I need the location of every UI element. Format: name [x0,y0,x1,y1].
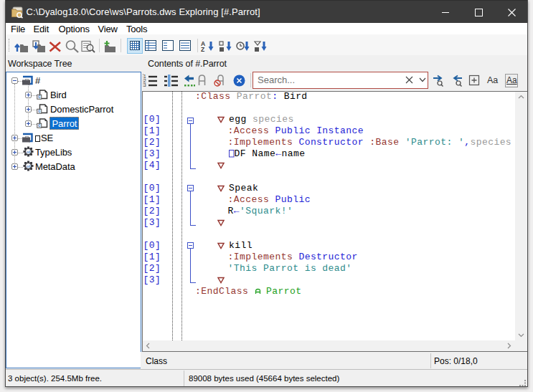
svg-text:c: c [38,108,41,113]
svg-text:c: c [38,123,41,128]
svg-text:c: c [38,94,41,99]
svg-text:Z: Z [201,46,204,53]
svg-text:ol: ol [27,163,31,168]
svg-text:3: 3 [143,82,146,87]
svg-text:ol: ol [27,149,31,153]
